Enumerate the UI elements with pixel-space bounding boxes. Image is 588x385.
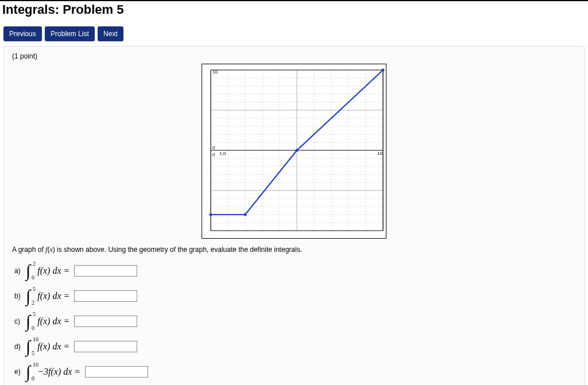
part-e-label: e)	[14, 368, 25, 376]
answer-input-b[interactable]	[74, 290, 137, 302]
graph-container: 10 0 1,0 0 10	[12, 64, 576, 239]
part-b-label: b)	[14, 292, 25, 300]
next-button[interactable]: Next	[98, 26, 123, 41]
answer-input-a[interactable]	[74, 265, 137, 277]
xtick-0: 0	[212, 152, 215, 157]
svg-point-33	[210, 213, 212, 216]
answer-input-d[interactable]	[74, 341, 137, 352]
graph-plot: 10 0 1,0 0 10	[202, 64, 386, 239]
svg-point-34	[244, 213, 247, 216]
part-b: b) ∫52 f(x) dx =	[14, 287, 576, 305]
part-c: c) ∫50 f(x) dx =	[14, 313, 576, 330]
ytick-0: 0	[212, 145, 215, 150]
part-c-label: c)	[14, 317, 25, 325]
points-label: (1 point)	[12, 52, 576, 60]
previous-button[interactable]: Previous	[3, 26, 42, 41]
nav-buttons: Previous Problem List Next	[3, 26, 585, 41]
axis-origin-label: 1,0	[219, 151, 226, 156]
problem-body: (1 point)	[3, 46, 585, 385]
xtick-10: 10	[377, 151, 382, 156]
part-d: d) ∫105 f(x) dx =	[14, 338, 576, 355]
part-e: e) ∫100 −3f(x) dx =	[14, 363, 576, 380]
svg-point-36	[382, 69, 385, 72]
answer-input-e[interactable]	[85, 366, 148, 378]
page-title: Integrals: Problem 5	[2, 2, 586, 17]
svg-point-35	[296, 149, 299, 152]
parts-list: a) ∫20 f(x) dx = b) ∫52 f(x) dx = c) ∫50…	[14, 262, 576, 380]
answer-input-c[interactable]	[74, 316, 137, 327]
part-a: a) ∫20 f(x) dx =	[14, 262, 576, 279]
problem-list-button[interactable]: Problem List	[45, 26, 95, 41]
prompt-text: A graph of f(x) is shown above. Using th…	[12, 246, 576, 254]
ytick-10: 10	[212, 69, 218, 75]
part-d-label: d)	[14, 343, 25, 351]
part-a-label: a)	[14, 267, 25, 275]
